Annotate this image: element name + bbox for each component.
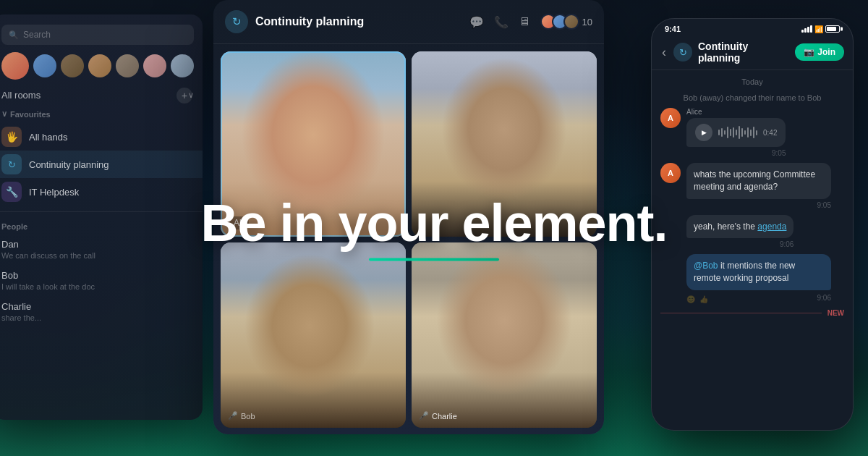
- person-charlie[interactable]: Charlie share the...: [0, 296, 203, 327]
- agenda-link[interactable]: agenda: [757, 221, 786, 232]
- mobile-channel-icon: ↻: [673, 43, 692, 62]
- audio-message[interactable]: ▶: [686, 118, 786, 147]
- message-content-1: whats the upcoming Committee meeting and…: [686, 163, 831, 209]
- message-text-1: whats the upcoming Committee meeting and…: [694, 169, 815, 192]
- avatar-2: [61, 54, 84, 77]
- message-bubble-1: whats the upcoming Committee meeting and…: [686, 163, 831, 199]
- avatar-6: [171, 54, 194, 77]
- message-alice-1: A whats the upcoming Committee meeting a…: [660, 163, 844, 209]
- new-badge: NEW: [827, 309, 844, 317]
- message-time-2: 9:05: [686, 201, 831, 209]
- message-content-2: yeah, here's the agenda 9:06: [686, 215, 793, 249]
- join-call-button[interactable]: 📷 Join: [795, 43, 844, 61]
- charlie-mic-icon: 🎤: [419, 411, 429, 421]
- date-divider: Today: [660, 70, 844, 92]
- avatar-row: [0, 52, 203, 87]
- message-alice-2: yeah, here's the agenda 9:06: [660, 215, 844, 249]
- message-time-4: 😊 👍 9:06: [686, 292, 831, 303]
- search-icon: 🔍: [9, 30, 19, 40]
- avatar-1: [33, 54, 56, 77]
- system-message: Bob (away) changed their name to Bob: [660, 92, 844, 108]
- mobile-header: ‹ ↻ Continuity planning 📷 Join: [652, 36, 853, 70]
- video-channel-title: Continuity planning: [255, 15, 462, 28]
- mobile-channel-name: Continuity planning: [698, 41, 789, 64]
- person-dan[interactable]: Dan We can discuss on the call: [0, 234, 203, 265]
- sidebar-item-all-hands[interactable]: 🖐 All hands: [0, 123, 203, 151]
- battery-icon: [825, 25, 840, 33]
- sidebar-item-it-helpdesk[interactable]: 🔧 IT Helpdesk: [0, 178, 203, 206]
- hero-text-block: Be in your element.: [181, 195, 687, 261]
- wifi-icon: 📶: [814, 25, 823, 33]
- audio-duration: 0:42: [763, 129, 777, 137]
- chevron-icon: ∨: [1, 109, 7, 119]
- hero-underline-accent: [369, 258, 499, 261]
- video-cell-bob: 🎤 Bob: [221, 242, 406, 428]
- status-bar: 9:41 📶: [652, 19, 853, 36]
- divider: [0, 211, 203, 212]
- avatar-5: [143, 54, 166, 77]
- it-helpdesk-label: IT Helpdesk: [29, 187, 79, 198]
- hero-headline: Be in your element.: [181, 195, 687, 252]
- charlie-mic-muted: 🎤 Charlie: [419, 411, 457, 421]
- avatar-main: [1, 52, 29, 80]
- message-bubble-2: yeah, here's the agenda: [686, 215, 793, 239]
- video-camera-icon: 📷: [804, 47, 814, 57]
- audio-waveform: [718, 125, 757, 140]
- phone-icon[interactable]: 📞: [494, 15, 509, 29]
- header-action-icons: 💬 📞 🖥 10: [469, 14, 592, 30]
- bob-name-badge: Bob: [241, 412, 255, 421]
- add-room-button[interactable]: +: [176, 88, 192, 104]
- people-header: People: [0, 218, 203, 234]
- play-button[interactable]: ▶: [695, 124, 712, 141]
- person-bob[interactable]: Bob I will take a look at the doc: [0, 265, 203, 296]
- avatar-4: [116, 54, 139, 77]
- sidebar-panel: 🔍 Search All rooms ∨ + ∨ Favourites 🖐 Al…: [0, 14, 203, 420]
- sidebar-item-continuity[interactable]: ↻ Continuity planning: [0, 151, 203, 178]
- all-rooms-label[interactable]: All rooms: [1, 90, 41, 101]
- bob-mic-muted: 🎤 Bob: [228, 411, 255, 421]
- message-bob: @Bob it mentions the new remote working …: [660, 254, 844, 303]
- message-text-2-prefix: yeah, here's the: [694, 221, 757, 232]
- search-bar[interactable]: 🔍 Search: [1, 25, 194, 45]
- reaction-emoji: 😊: [686, 295, 695, 303]
- video-cell-charlie: 🎤 Charlie: [412, 242, 597, 428]
- channel-sync-icon: ↻: [225, 10, 248, 33]
- mic-off-icon: 🎤: [228, 411, 238, 421]
- new-messages-divider: NEW: [660, 309, 844, 317]
- divider-line: [660, 313, 822, 313]
- back-button[interactable]: ‹: [660, 43, 668, 62]
- search-placeholder: Search: [23, 30, 51, 40]
- message-time-3: 9:06: [686, 240, 793, 248]
- alice-avatar: A: [660, 108, 681, 128]
- message-content-bob: @Bob it mentions the new remote working …: [686, 254, 831, 303]
- alice-avatar-2: A: [660, 163, 681, 183]
- participant-avatars: [540, 14, 579, 30]
- charlie-name-badge: Charlie: [432, 412, 457, 421]
- mobile-time: 9:41: [665, 25, 681, 33]
- all-hands-icon: 🖐: [1, 127, 22, 147]
- favourites-header: ∨ Favourites: [0, 106, 203, 123]
- all-hands-label: All hands: [29, 132, 67, 143]
- signal-icon: [801, 25, 812, 33]
- it-helpdesk-icon: 🔧: [1, 182, 22, 202]
- chat-icon[interactable]: 💬: [469, 15, 484, 29]
- sender-name-alice: Alice: [686, 108, 786, 116]
- hero-container: 🔍 Search All rooms ∨ + ∨ Favourites 🖐 Al…: [0, 0, 868, 456]
- bob-face: [221, 242, 406, 428]
- message-time-1: 9:05: [686, 149, 786, 157]
- video-panel-header: ↻ Continuity planning 💬 📞 🖥 10: [213, 0, 604, 44]
- message-content-audio: Alice ▶: [686, 108, 786, 157]
- screen-share-icon[interactable]: 🖥: [519, 15, 530, 28]
- message-alice-audio: A Alice ▶: [660, 108, 844, 157]
- participant-count: 10: [540, 14, 592, 30]
- all-rooms-row: All rooms ∨ +: [0, 87, 203, 106]
- reactions: 😊 👍: [686, 295, 708, 303]
- charlie-face: [412, 242, 597, 428]
- avatar-3: [88, 54, 111, 77]
- reaction-thumbsup: 👍: [699, 295, 708, 303]
- mention-bob: @Bob: [694, 261, 718, 271]
- message-bubble-bob: @Bob it mentions the new remote working …: [686, 254, 831, 290]
- status-icons: 📶: [801, 25, 840, 33]
- continuity-icon: ↻: [1, 154, 22, 174]
- continuity-label: Continuity planning: [29, 159, 109, 170]
